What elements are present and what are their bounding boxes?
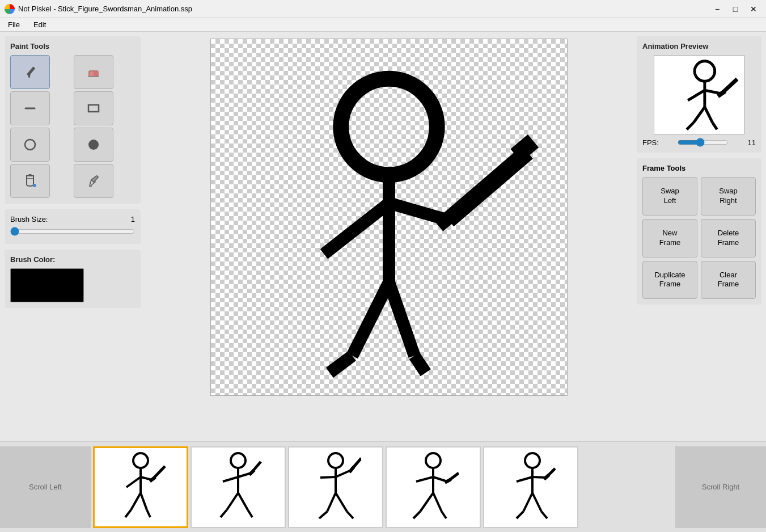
svg-line-30 xyxy=(687,123,693,129)
svg-line-29 xyxy=(705,107,713,123)
brush-size-label: Brush Size: xyxy=(10,215,48,223)
piskel-icon xyxy=(5,4,15,14)
duplicate-frame-button[interactable]: DuplicateFrame xyxy=(642,261,697,299)
eyedropper-tool[interactable] xyxy=(74,164,113,198)
close-button[interactable]: ✕ xyxy=(746,2,761,16)
svg-line-18 xyxy=(389,282,414,356)
animation-preview-section: Animation Preview xyxy=(637,36,761,153)
brush-size-section: Brush Size: 1 xyxy=(5,209,141,244)
minimize-button[interactable]: − xyxy=(709,2,725,16)
svg-point-42 xyxy=(231,453,246,468)
clear-frame-button[interactable]: ClearFrame xyxy=(701,261,756,299)
svg-line-50 xyxy=(221,510,227,517)
svg-line-79 xyxy=(532,493,541,512)
right-panel: Animation Preview xyxy=(637,36,761,437)
svg-point-11 xyxy=(341,79,437,175)
menubar: File Edit xyxy=(0,18,766,32)
frame-5-figure xyxy=(505,450,556,524)
titlebar-left: Not Piskel - Stick_Figure_Swordsman_Anim… xyxy=(5,4,192,14)
circle-fill-icon xyxy=(86,137,101,153)
scroll-right-button[interactable]: Scroll Right xyxy=(675,446,766,528)
frame-3-figure xyxy=(310,450,361,524)
circle-outline-tool[interactable] xyxy=(10,128,50,162)
svg-line-69 xyxy=(433,493,442,512)
frames-container xyxy=(91,446,675,528)
frame-5[interactable] xyxy=(483,446,578,528)
bucket-icon xyxy=(22,173,38,189)
frame-3[interactable] xyxy=(288,446,383,528)
pencil-tool[interactable] xyxy=(10,55,50,89)
menu-file[interactable]: File xyxy=(5,19,23,30)
svg-line-78 xyxy=(523,493,532,512)
svg-line-60 xyxy=(319,512,327,518)
svg-line-71 xyxy=(442,512,446,518)
brush-size-slider[interactable] xyxy=(10,227,135,236)
left-panel: Paint Tools xyxy=(5,36,141,437)
svg-rect-3 xyxy=(94,71,98,77)
svg-line-61 xyxy=(347,512,353,518)
frame-4[interactable] xyxy=(386,446,481,528)
svg-rect-6 xyxy=(88,105,99,112)
svg-rect-10 xyxy=(89,185,92,187)
eraser-icon xyxy=(86,64,101,80)
color-swatch[interactable] xyxy=(10,268,84,302)
svg-line-17 xyxy=(352,282,389,356)
svg-line-31 xyxy=(713,123,717,129)
line-icon xyxy=(22,100,38,116)
svg-line-54 xyxy=(320,477,336,478)
svg-line-64 xyxy=(416,477,433,482)
frame-2[interactable] xyxy=(191,446,286,528)
new-frame-button[interactable]: NewFrame xyxy=(642,219,697,257)
svg-line-41 xyxy=(147,510,150,517)
bucket-tool[interactable] xyxy=(10,164,50,198)
svg-point-9 xyxy=(33,184,36,187)
circle-outline-icon xyxy=(22,137,38,153)
svg-line-28 xyxy=(693,107,705,123)
svg-point-7 xyxy=(25,140,35,150)
svg-line-80 xyxy=(517,512,523,518)
svg-line-14 xyxy=(389,203,448,220)
svg-line-48 xyxy=(227,493,238,510)
swap-right-button[interactable]: SwapRight xyxy=(701,177,756,216)
fps-label: FPS: xyxy=(642,138,659,147)
preview-figure xyxy=(654,55,744,134)
fps-slider[interactable] xyxy=(678,138,729,147)
svg-point-62 xyxy=(426,453,441,468)
pencil-icon xyxy=(22,64,38,80)
rectangle-icon xyxy=(86,100,101,116)
svg-line-24 xyxy=(688,90,705,100)
scroll-left-label: Scroll Left xyxy=(29,483,62,491)
svg-rect-0 xyxy=(27,66,35,76)
scroll-left-button[interactable]: Scroll Left xyxy=(0,446,91,528)
menu-edit[interactable]: Edit xyxy=(30,19,49,30)
animation-preview-title: Animation Preview xyxy=(642,42,756,50)
svg-point-52 xyxy=(328,453,343,468)
frame-1[interactable] xyxy=(93,446,188,528)
svg-line-34 xyxy=(126,477,141,487)
frame-1-figure xyxy=(115,450,166,524)
rectangle-tool[interactable] xyxy=(74,91,113,125)
svg-line-81 xyxy=(541,512,547,518)
maximize-button[interactable]: □ xyxy=(727,2,743,16)
titlebar: Not Piskel - Stick_Figure_Swordsman_Anim… xyxy=(0,0,766,18)
eyedropper-icon xyxy=(86,173,101,189)
svg-line-51 xyxy=(248,510,252,517)
svg-line-58 xyxy=(327,493,336,512)
animation-preview-box xyxy=(654,55,744,134)
frame-strip: Scroll Left xyxy=(0,441,766,532)
titlebar-controls: − □ ✕ xyxy=(709,2,761,16)
svg-point-22 xyxy=(695,61,715,82)
pixel-canvas[interactable] xyxy=(210,39,568,396)
line-tool[interactable] xyxy=(10,91,50,125)
main-content: Paint Tools xyxy=(0,32,766,532)
circle-fill-tool[interactable] xyxy=(74,128,113,162)
svg-line-70 xyxy=(413,512,420,518)
window-title: Not Piskel - Stick_Figure_Swordsman_Anim… xyxy=(18,5,192,13)
delete-frame-button[interactable]: DeleteFrame xyxy=(701,219,756,257)
eraser-tool[interactable] xyxy=(74,55,113,89)
svg-line-39 xyxy=(141,493,147,510)
svg-line-49 xyxy=(238,493,248,510)
svg-line-74 xyxy=(517,477,532,482)
swap-left-button[interactable]: SwapLeft xyxy=(642,177,697,216)
svg-point-32 xyxy=(133,453,148,468)
